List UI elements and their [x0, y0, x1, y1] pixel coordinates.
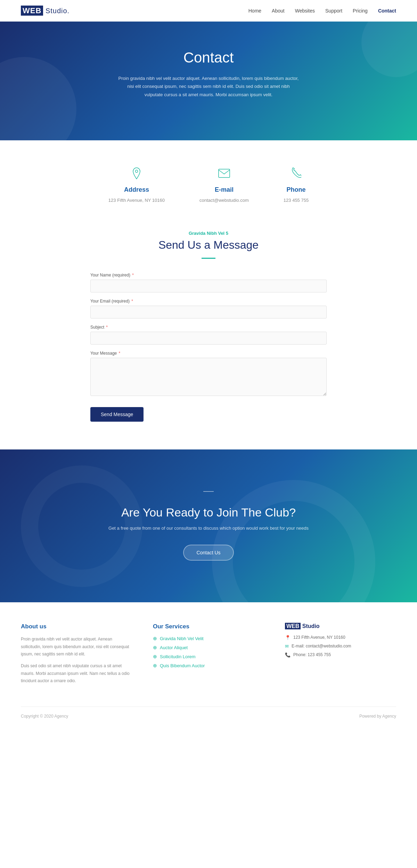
svg-rect-1: [219, 169, 230, 177]
cta-description: Get a free quote from one of our consult…: [108, 526, 309, 531]
contact-form: Your Name (required) * Your Email (requi…: [90, 273, 327, 422]
nav-about[interactable]: About: [272, 8, 285, 14]
footer-service-2: Auctor Aliquet: [153, 645, 264, 650]
footer-service-3: Sollicitudin Lorem: [153, 654, 264, 659]
footer-phone: 📞 Phone: 123 455 755: [285, 652, 396, 658]
message-required: *: [119, 351, 121, 356]
nav-support[interactable]: Support: [325, 8, 342, 14]
footer-bottom: Copyright © 2020 Agency Powered by Agenc…: [21, 706, 396, 719]
email-input[interactable]: [90, 306, 327, 319]
email-title: E-mail: [215, 186, 234, 193]
logo: WEB Studio.: [21, 6, 70, 15]
footer-services-list: Gravida Nibh Vel Velit Auctor Aliquet So…: [153, 636, 264, 668]
footer-brand: WEB Studio 📍 123 Fifth Avenue, NY 10160 …: [285, 623, 396, 689]
footer-phone-value: Phone: 123 455 755: [293, 652, 331, 657]
form-section: Gravida Nibh Vel 5 Send Us a Message You…: [70, 224, 348, 449]
svg-point-0: [135, 170, 138, 173]
name-label: Your Name (required) *: [90, 273, 327, 278]
phone-icon: [287, 165, 305, 182]
footer-address: 📍 123 Fifth Avenue, NY 10160: [285, 635, 396, 640]
nav-pricing[interactable]: Pricing: [353, 8, 368, 14]
subject-label: Subject *: [90, 325, 327, 330]
footer-email-value: E-mail: contact@webstudio.com: [292, 644, 351, 648]
email-value: contact@webstudio.com: [199, 198, 249, 203]
address-title: Address: [124, 186, 149, 193]
form-divider: [202, 258, 215, 259]
footer-service-4: Quis Bibendum Auctor: [153, 663, 264, 668]
nav-contact[interactable]: Contact: [378, 8, 396, 14]
contact-address: Address 123 Fifth Avenue, NY 10160: [108, 165, 165, 203]
footer-logo-web: WEB: [285, 623, 301, 629]
hero-title: Contact: [21, 49, 396, 66]
address-value: 123 Fifth Avenue, NY 10160: [108, 198, 165, 203]
name-input[interactable]: [90, 280, 327, 292]
nav-links: Home About Websites Support Pricing Cont…: [248, 8, 396, 14]
nav-websites[interactable]: Websites: [295, 8, 315, 14]
footer-service-1: Gravida Nibh Vel Velit: [153, 636, 264, 641]
footer-about-title: About us: [21, 623, 132, 630]
hero-description: Proin gravida nibh vel velit auctor aliq…: [118, 74, 299, 99]
subject-group: Subject *: [90, 325, 327, 345]
name-required: *: [132, 273, 134, 278]
cta-contact-button[interactable]: Contact Us: [183, 545, 234, 561]
footer-phone-icon: 📞: [285, 652, 291, 658]
subject-required: *: [106, 325, 108, 330]
footer-about-p1: Proin gravida nibh vel velit auctor aliq…: [21, 636, 132, 658]
send-button[interactable]: Send Message: [90, 407, 144, 422]
cta-section: Are You Ready to Join The Club? Get a fr…: [0, 449, 417, 602]
footer-about-p2: Duis sed odio sit amet nibh vulputate cu…: [21, 662, 132, 685]
footer-logo-studio: Studio: [301, 623, 319, 629]
email-label: Your Email (required) *: [90, 299, 327, 304]
cta-dash: [203, 491, 214, 492]
footer-powered: Powered by Agency: [359, 714, 396, 719]
footer-logo: WEB Studio: [285, 623, 396, 629]
message-label: Your Message *: [90, 351, 327, 356]
name-group: Your Name (required) *: [90, 273, 327, 292]
footer-email: ✉ E-mail: contact@webstudio.com: [285, 644, 396, 649]
message-group: Your Message *: [90, 351, 327, 397]
logo-studio: Studio.: [43, 7, 70, 15]
form-subtitle: Gravida Nibh Vel 5: [90, 231, 327, 236]
contact-info-section: Address 123 Fifth Avenue, NY 10160 E-mai…: [0, 140, 417, 224]
hero-section: Contact Proin gravida nibh vel velit auc…: [0, 22, 417, 140]
message-textarea[interactable]: [90, 358, 327, 396]
form-title: Send Us a Message: [90, 239, 327, 251]
footer-grid: About us Proin gravida nibh vel velit au…: [21, 623, 396, 689]
phone-value: 123 455 755: [284, 198, 309, 203]
email-group: Your Email (required) *: [90, 299, 327, 319]
navbar: WEB Studio. Home About Websites Support …: [0, 0, 417, 22]
footer-location-icon: 📍: [285, 635, 291, 640]
email-required: *: [131, 299, 133, 304]
footer-email-icon: ✉: [285, 644, 289, 649]
footer: About us Proin gravida nibh vel velit au…: [0, 602, 417, 729]
email-icon: [215, 165, 233, 182]
contact-phone: Phone 123 455 755: [284, 165, 309, 203]
footer-about: About us Proin gravida nibh vel velit au…: [21, 623, 132, 689]
nav-home[interactable]: Home: [248, 8, 261, 14]
contact-email: E-mail contact@webstudio.com: [199, 165, 249, 203]
footer-copyright: Copyright © 2020 Agency: [21, 714, 68, 719]
footer-services: Our Services Gravida Nibh Vel Velit Auct…: [153, 623, 264, 689]
cta-title: Are You Ready to Join The Club?: [121, 506, 296, 519]
location-icon: [128, 165, 145, 182]
footer-address-value: 123 Fifth Avenue, NY 10160: [293, 635, 345, 640]
footer-services-title: Our Services: [153, 623, 264, 630]
phone-title: Phone: [286, 186, 305, 193]
logo-web: WEB: [21, 6, 43, 16]
subject-input[interactable]: [90, 332, 327, 345]
